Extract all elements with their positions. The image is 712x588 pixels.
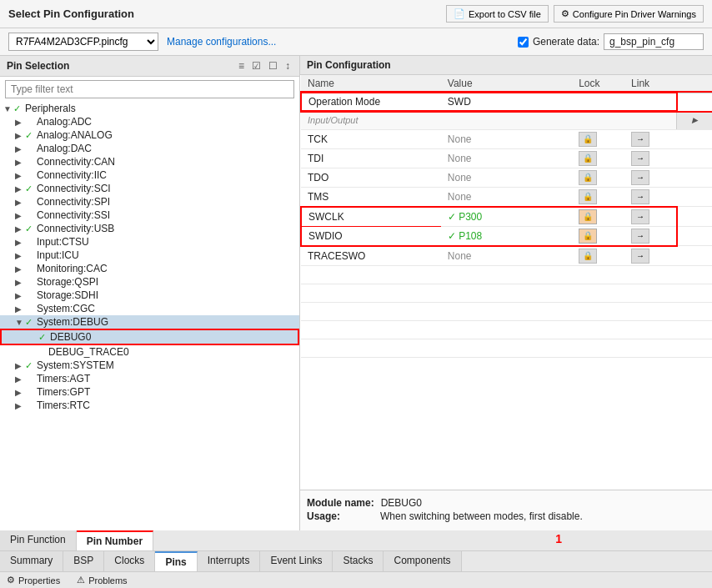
generate-data-row: Generate data: g_bsp_pin_cfg (518, 33, 704, 50)
col-value-header: Value (441, 75, 546, 93)
tree-item-timers-gpt[interactable]: ▶ Timers:GPT (0, 385, 299, 399)
check-icon (25, 290, 37, 300)
tab-pin-function[interactable]: Pin Function (0, 530, 77, 550)
tree-item-timers-rtc[interactable]: ▶ Timers:RTC (0, 399, 299, 412)
row-check (546, 148, 572, 168)
problems-icon: ⚠ (77, 575, 85, 585)
check-icon (25, 170, 37, 180)
sort-button[interactable]: ↕ (283, 59, 293, 73)
tree-item-system-system[interactable]: ▶ ✓ System:SYSTEM (0, 359, 299, 372)
lock-button[interactable]: 🔒 (579, 132, 597, 147)
tree-item-debug-trace0[interactable]: DEBUG_TRACE0 (0, 345, 299, 359)
tree-item-connectivity-sci[interactable]: ▶ ✓ Connectivity:SCI (0, 182, 299, 195)
tab-label: Components (394, 555, 450, 566)
tree-item-storage-sdhi[interactable]: ▶ Storage:SDHI (0, 289, 299, 302)
tree-item-connectivity-spi[interactable]: ▶ Connectivity:SPI (0, 195, 299, 209)
tab-summary[interactable]: Summary (0, 551, 63, 571)
row-lock: 🔒 (572, 168, 624, 187)
properties-icon: ⚙ (7, 575, 15, 585)
top-toolbar: Select Pin Configuration 📄 Export to CSV… (0, 0, 712, 28)
tree-item-label: Connectivity:CAN (37, 156, 115, 168)
link-button[interactable]: → (631, 170, 649, 185)
lock-button[interactable]: 🔒 (579, 209, 597, 224)
row-value: ✓ P108 (441, 226, 546, 246)
link-button[interactable]: → (631, 209, 649, 224)
tree-item-label: System:SYSTEM (37, 359, 114, 371)
tree-item-monitoring-cac[interactable]: ▶ Monitoring:CAC (0, 262, 299, 275)
row-link: → (624, 168, 677, 187)
lock-button[interactable]: 🔒 (579, 151, 597, 166)
tree-item-input-icu[interactable]: ▶ Input:ICU (0, 249, 299, 262)
tab-pin-number[interactable]: Pin Number (77, 530, 153, 550)
lock-button[interactable]: 🔒 (579, 229, 597, 244)
row-check (546, 226, 572, 246)
check-icon (25, 277, 37, 287)
tree-item-connectivity-usb[interactable]: ▶ ✓ Connectivity:USB (0, 222, 299, 235)
tab-components[interactable]: Components (384, 551, 461, 571)
tree-item-input-ctsu[interactable]: ▶ Input:CTSU (0, 235, 299, 249)
generate-data-checkbox[interactable] (518, 37, 529, 48)
check-icon (25, 117, 37, 127)
tree-item-analog-adc[interactable]: ▶ Analog:ADC (0, 115, 299, 128)
module-name-label: Module name: (307, 497, 374, 509)
tab-clocks[interactable]: Clocks (104, 551, 155, 571)
tab-pins[interactable]: Pins (155, 551, 197, 571)
tree-item-system-debug[interactable]: ▼ ✓ System:DEBUG (0, 315, 299, 329)
arrow-icon: ▶ (15, 304, 25, 314)
tree-item-label: Connectivity:USB (37, 223, 114, 234)
tree-item-system-cgc[interactable]: ▶ System:CGC (0, 302, 299, 315)
uncheck-button[interactable]: ☐ (266, 59, 280, 73)
link-button[interactable]: → (631, 189, 649, 204)
pin-selection-header: Pin Selection ≡ ☑ ☐ ↕ (0, 56, 299, 77)
filter-input[interactable] (5, 80, 294, 98)
check-icon: ✓ (38, 332, 50, 343)
tree-item-analog-analog[interactable]: ▶ ✓ Analog:ANALOG (0, 128, 299, 142)
tab-label: Summary (10, 555, 53, 566)
tab-bsp[interactable]: BSP (63, 551, 104, 571)
generate-data-value: g_bsp_pin_cfg (604, 33, 704, 50)
expand-all-button[interactable]: ≡ (236, 59, 247, 73)
config-table: Name Value Lock Link Operation Mode SWD (300, 75, 712, 490)
link-button[interactable]: → (631, 132, 649, 147)
lock-button[interactable]: 🔒 (579, 189, 597, 204)
row-lock: 🔒 (572, 246, 624, 266)
link-button[interactable]: → (631, 249, 649, 264)
check-all-button[interactable]: ☑ (249, 59, 263, 73)
configure-icon: ⚙ (561, 8, 569, 19)
table-row-empty-4 (301, 320, 712, 339)
tree-item-analog-dac[interactable]: ▶ Analog:DAC (0, 142, 299, 155)
tree-item-label: Connectivity:IIC (37, 169, 107, 181)
tree-item-peripherals[interactable]: ▼ ✓ Peripherals (0, 102, 299, 115)
row-value: ✓ P300 (441, 207, 546, 227)
status-label: Properties (18, 575, 60, 585)
lock-button[interactable]: 🔒 (579, 249, 597, 264)
table-row-input-output: Input/Output ▶ (301, 111, 712, 129)
tree-item-debug0[interactable]: ✓ DEBUG0 (0, 329, 299, 345)
link-button[interactable]: → (631, 229, 649, 244)
tree-item-connectivity-can[interactable]: ▶ Connectivity:CAN (0, 155, 299, 168)
status-properties[interactable]: ⚙ Properties (7, 575, 60, 585)
tree-item-timers-agt[interactable]: ▶ Timers:AGT (0, 372, 299, 385)
status-problems[interactable]: ⚠ Problems (77, 575, 127, 585)
row-name: TCK (301, 129, 441, 148)
export-csv-button[interactable]: 📄 Export to CSV file (446, 5, 549, 23)
scroll-right-btn[interactable]: ▶ (684, 116, 705, 124)
tab-interrupts[interactable]: Interrupts (198, 551, 261, 571)
tree-item-connectivity-ssi[interactable]: ▶ Connectivity:SSI (0, 209, 299, 222)
config-file-select[interactable]: R7FA4M2AD3CFP.pincfg (8, 33, 158, 51)
tree-item-storage-qspi[interactable]: ▶ Storage:QSPI (0, 275, 299, 289)
configure-warnings-button[interactable]: ⚙ Configure Pin Driver Warnings (554, 5, 704, 23)
col-empty-header (546, 75, 572, 93)
arrow-icon: ▶ (15, 374, 25, 384)
lock-button[interactable]: 🔒 (579, 170, 597, 185)
tab-stacks[interactable]: Stacks (333, 551, 384, 571)
config-row: R7FA4M2AD3CFP.pincfg Manage configuratio… (0, 28, 712, 56)
tree-item-connectivity-i2c[interactable]: ▶ Connectivity:IIC (0, 168, 299, 182)
link-button[interactable]: → (631, 151, 649, 166)
row-scroll (677, 93, 712, 111)
tree-item-label: Analog:DAC (37, 143, 92, 154)
tab-event-links[interactable]: Event Links (260, 551, 333, 571)
check-icon: ✓ (25, 360, 37, 371)
table-row-empty-5 (301, 339, 712, 357)
manage-configs-link[interactable]: Manage configurations... (167, 36, 276, 48)
